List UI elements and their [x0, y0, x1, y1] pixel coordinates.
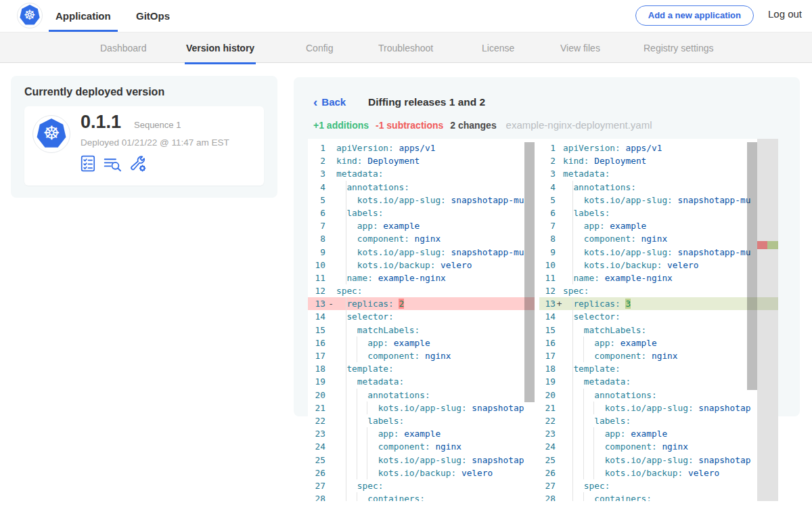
- line-number: 20: [308, 389, 325, 402]
- back-link[interactable]: ‹Back: [313, 95, 346, 110]
- line-number: 3: [539, 167, 556, 180]
- code-line: 12 spec:: [539, 284, 778, 297]
- logout-button[interactable]: Log out: [768, 8, 802, 20]
- tab-gitops[interactable]: GitOps: [129, 0, 177, 30]
- line-content: spec:: [336, 479, 383, 492]
- diff-sign: [556, 154, 563, 167]
- line-content: replicas: 2: [336, 297, 404, 310]
- line-content: labels:: [563, 414, 631, 427]
- diff-pane-original[interactable]: 1 apiVersion: apps/v12 kind: Deployment3…: [308, 139, 535, 501]
- line-number: 12: [308, 284, 325, 297]
- line-number: 16: [308, 337, 325, 349]
- top-nav: ☸ Application GitOps Add a new applicati…: [0, 0, 812, 32]
- diff-sign: [325, 337, 336, 349]
- code-line: 24 component: nginx: [308, 440, 535, 453]
- line-content: kots.io/app-slug: snapshotap: [563, 402, 750, 414]
- tab-application[interactable]: Application: [49, 0, 118, 32]
- kubernetes-logo-icon[interactable]: ☸: [17, 3, 43, 28]
- line-content: component: nginx: [563, 349, 678, 362]
- line-number: 4: [308, 181, 325, 194]
- line-content: kind: Deployment: [336, 154, 420, 167]
- preflight-checklist-icon[interactable]: [81, 155, 96, 172]
- code-line: 13+ replicas: 3: [539, 297, 778, 310]
- line-number: 7: [539, 219, 556, 232]
- diff-sign: [325, 389, 336, 402]
- line-number: 22: [308, 414, 325, 427]
- diff-sign: [556, 467, 563, 479]
- diff-sign: [325, 259, 336, 272]
- line-number: 24: [539, 440, 556, 453]
- diff-sign: [556, 440, 563, 453]
- diff-stats: +1 additions -1 subtractions 2 changes e…: [313, 119, 652, 131]
- line-number: 17: [308, 349, 325, 362]
- line-number: 27: [539, 479, 556, 492]
- modified-code: 1 apiVersion: apps/v12 kind: Deployment3…: [539, 142, 778, 501]
- line-content: app: example: [563, 219, 646, 232]
- line-content: matchLabels:: [336, 324, 420, 337]
- deployed-sequence-label: Sequence 1: [134, 120, 181, 130]
- changes-count: 2 changes: [450, 120, 496, 131]
- diff-sign: +: [556, 297, 563, 310]
- subnav-item-license[interactable]: License: [480, 32, 516, 62]
- diff-sign: [556, 337, 563, 349]
- diff-sign: [325, 167, 336, 180]
- app-sub-nav: DashboardVersion historyConfigTroublesho…: [0, 32, 812, 63]
- diff-sign: [556, 167, 563, 180]
- line-number: 27: [308, 479, 325, 492]
- line-number: 14: [308, 310, 325, 323]
- line-number: 19: [539, 375, 556, 388]
- code-line: 19 metadata:: [308, 375, 535, 388]
- line-content: kots.io/app-slug: snapshotap: [563, 454, 750, 467]
- subnav-item-view-files[interactable]: View files: [559, 32, 602, 62]
- line-content: kots.io/backup: velero: [563, 467, 719, 479]
- kots-admin-console: { "topnav": { "logo": "kubernetes-logo",…: [0, 0, 812, 520]
- subnav-item-dashboard[interactable]: Dashboard: [99, 32, 148, 62]
- line-content: annotations:: [336, 181, 409, 194]
- diff-sign: [325, 181, 336, 194]
- diff-sign: [325, 427, 336, 440]
- line-number: 1: [539, 142, 556, 154]
- code-line: 5 kots.io/app-slug: snapshotapp-mu: [539, 194, 778, 207]
- diff-sign: [325, 479, 336, 492]
- original-scrollbar[interactable]: [524, 142, 535, 402]
- line-number: 23: [308, 427, 325, 440]
- diff-sign: [556, 492, 563, 501]
- line-content: matchLabels:: [563, 324, 646, 337]
- diff-sign: [325, 232, 336, 245]
- add-application-button[interactable]: Add a new application: [635, 5, 754, 26]
- code-line: 24 component: nginx: [539, 440, 778, 453]
- line-number: 10: [308, 259, 325, 272]
- overview-ruler[interactable]: [757, 139, 778, 501]
- code-line: 20 annotations:: [308, 389, 535, 402]
- view-logs-icon[interactable]: [104, 156, 122, 172]
- line-number: 14: [539, 310, 556, 323]
- diff-sign: [556, 219, 563, 232]
- line-number: 8: [308, 232, 325, 245]
- diff-panel: ‹Back Diffing releases 1 and 2 +1 additi…: [294, 77, 800, 416]
- code-line: 6 labels:: [308, 207, 535, 219]
- subnav-item-registry-settings[interactable]: Registry settings: [642, 32, 715, 62]
- diff-sign: [556, 232, 563, 245]
- line-number: 17: [539, 349, 556, 362]
- line-number: 7: [308, 219, 325, 232]
- subnav-item-config[interactable]: Config: [304, 32, 334, 62]
- modified-scrollbar[interactable]: [747, 142, 757, 390]
- code-line: 9 kots.io/app-slug: snapshotapp-mu: [308, 246, 535, 259]
- ruler-addition-mark: [767, 241, 778, 249]
- diff-sign: [325, 349, 336, 362]
- diff-sign: [325, 246, 336, 259]
- subnav-item-version-history[interactable]: Version history: [185, 32, 256, 64]
- diff-pane-modified[interactable]: 1 apiVersion: apps/v12 kind: Deployment3…: [539, 139, 778, 501]
- line-number: 25: [308, 454, 325, 467]
- code-line: 27 spec:: [308, 479, 535, 492]
- line-content: component: nginx: [336, 232, 441, 245]
- subnav-item-troubleshoot[interactable]: Troubleshoot: [377, 32, 434, 62]
- code-line: 26 kots.io/backup: velero: [539, 467, 778, 479]
- configure-wrench-icon[interactable]: [129, 155, 147, 172]
- line-number: 25: [539, 454, 556, 467]
- line-content: kots.io/app-slug: snapshotap: [336, 402, 524, 414]
- line-content: spec:: [563, 479, 610, 492]
- code-line: 3 metadata:: [539, 167, 778, 180]
- code-line: 17 component: nginx: [308, 349, 535, 362]
- line-number: 26: [539, 467, 556, 479]
